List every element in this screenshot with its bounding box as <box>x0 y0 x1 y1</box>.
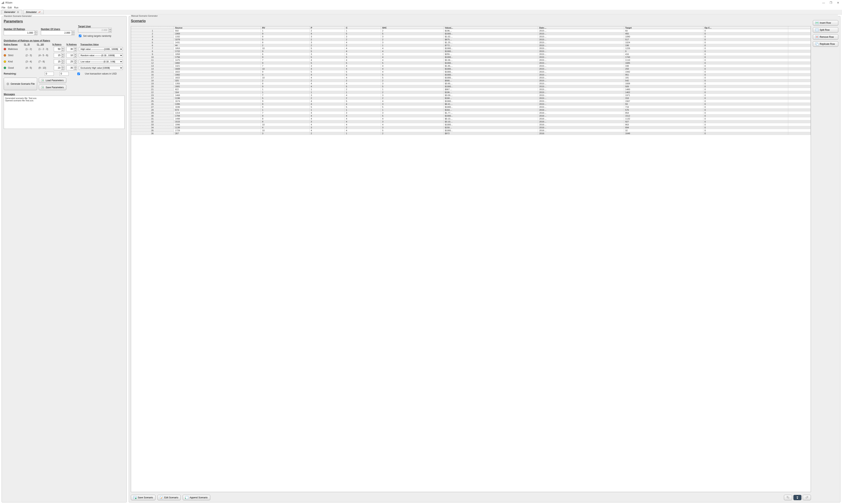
split-row-button[interactable]: Split Row <box>813 27 838 33</box>
cell-p[interactable]: 4 <box>309 123 345 126</box>
undo-button[interactable] <box>784 495 792 500</box>
cell-source[interactable]: 1722 <box>174 50 261 53</box>
cell-shc[interactable]: 2 <box>381 97 443 100</box>
row-number[interactable]: 3 <box>131 35 174 38</box>
cell-opc[interactable]: 0 <box>703 103 788 106</box>
menu-run[interactable]: Run <box>14 6 18 9</box>
cell-rv[interactable]: 10 <box>261 47 309 50</box>
table-row[interactable]: 22 164 1 1 1 2 $106.... 2015:... 1402 0 <box>131 91 811 94</box>
table-row[interactable]: 1 592 1 2 1 2 $196.... 2015:... 60 0 <box>131 29 811 32</box>
row-number[interactable]: 31 <box>131 118 174 120</box>
cell-c[interactable]: 4 <box>345 123 381 126</box>
minimize-button[interactable]: — <box>821 1 826 5</box>
cell-p[interactable]: 2 <box>309 44 345 47</box>
cell-date[interactable]: 2015:... <box>538 65 624 68</box>
cell-rv[interactable]: 9 <box>261 32 309 35</box>
cell-date[interactable]: 2015:... <box>538 68 624 70</box>
table-row[interactable]: 18 325 2 2 2 2 $580.... 2015:... 542 0 <box>131 79 811 82</box>
table-header[interactable]: C <box>345 26 381 29</box>
cell-rv[interactable]: 8 <box>261 120 309 123</box>
dist-raters-input[interactable] <box>54 66 61 70</box>
cell-source[interactable]: 1756 <box>174 56 261 59</box>
cell-rv[interactable]: 7 <box>261 59 309 61</box>
cell-shc[interactable]: 2 <box>381 132 443 135</box>
row-number[interactable]: 14 <box>131 68 174 70</box>
cell-source[interactable]: 1996 <box>174 123 261 126</box>
use-usd-checkbox[interactable] <box>74 73 83 75</box>
cell-p[interactable]: 4 <box>309 32 345 35</box>
cell-value[interactable]: $168.... <box>444 97 538 100</box>
cell-c[interactable]: 4 <box>345 59 381 61</box>
cell-opc[interactable]: 0 <box>703 53 788 56</box>
spin-up[interactable]: ▲ <box>74 47 77 49</box>
cell-opc[interactable]: 0 <box>703 76 788 79</box>
cell-opc[interactable]: 0 <box>703 38 788 41</box>
cell-p[interactable]: 5 <box>309 56 345 59</box>
cell-p[interactable]: 3 <box>309 126 345 129</box>
cell-shc[interactable]: 3 <box>381 120 443 123</box>
cell-p[interactable]: 5 <box>309 70 345 73</box>
cell-target[interactable]: 1226 <box>624 47 703 50</box>
cell-c[interactable]: 1 <box>345 29 381 32</box>
cell-c[interactable]: 5 <box>345 85 381 88</box>
cell-source[interactable]: 822 <box>174 88 261 91</box>
set-targets-randomly-checkbox[interactable] <box>79 35 82 37</box>
cell-source[interactable]: 44 <box>174 44 261 47</box>
cell-p[interactable]: 4 <box>309 114 345 118</box>
cell-date[interactable]: 2015:... <box>538 76 624 79</box>
cell-value[interactable]: $3.85.... <box>444 82 538 85</box>
cell-shc[interactable]: 5 <box>381 106 443 109</box>
row-number[interactable]: 5 <box>131 41 174 44</box>
cell-p[interactable]: 2 <box>309 79 345 82</box>
cell-shc[interactable]: 3 <box>381 35 443 38</box>
table-row[interactable]: 12 1882 9 5 5 5 $1000... 2015:... 1685 0 <box>131 61 811 65</box>
cell-target[interactable]: 863 <box>624 123 703 126</box>
cell-source[interactable]: 267 <box>174 132 261 135</box>
cell-p[interactable]: 3 <box>309 41 345 44</box>
cell-value[interactable]: $1000... <box>444 47 538 50</box>
cell-opc[interactable]: 0 <box>703 82 788 85</box>
cell-source[interactable]: 1475 <box>174 59 261 61</box>
insert-row-button[interactable]: Insert Row <box>813 20 838 25</box>
dist-trans-select[interactable]: Low value ------------------[0.1$ , 3.9$… <box>79 60 123 64</box>
cell-c[interactable]: 4 <box>345 103 381 106</box>
cell-c[interactable]: 4 <box>345 114 381 118</box>
cell-value[interactable]: $1000... <box>444 100 538 103</box>
cell-target[interactable]: 1942 <box>624 70 703 73</box>
cell-opc[interactable]: 0 <box>703 65 788 68</box>
cell-source[interactable]: 1078 <box>174 38 261 41</box>
cell-rv[interactable]: 1 <box>261 29 309 32</box>
cell-target[interactable]: 1090 <box>624 35 703 38</box>
cell-source[interactable]: 1609 <box>174 68 261 70</box>
cell-target[interactable]: 318 <box>624 97 703 100</box>
cell-p[interactable]: 2 <box>309 132 345 135</box>
cell-date[interactable]: 2015:... <box>538 82 624 85</box>
table-row[interactable]: 26 1395 8 4 4 3 $0.41.... 2015:... 59 0 <box>131 103 811 106</box>
table-row[interactable]: 33 1996 10 4 4 4 $1000... 2016:... 863 0 <box>131 123 811 126</box>
cell-date[interactable]: 2015:... <box>538 53 624 56</box>
cell-value[interactable]: $1000... <box>444 73 538 76</box>
table-header[interactable]: RV <box>261 26 309 29</box>
scenario-table-wrap[interactable]: SourceRVPCSHCValue(...Date-...TargetOp-C… <box>131 26 811 492</box>
cell-p[interactable]: 3 <box>309 65 345 68</box>
cell-shc[interactable]: 3 <box>381 126 443 129</box>
save-scenario-button[interactable]: Save Scenario <box>131 495 156 500</box>
cell-opc[interactable]: 0 <box>703 70 788 73</box>
cell-c[interactable]: 4 <box>345 94 381 97</box>
cell-rv[interactable]: 10 <box>261 129 309 132</box>
cell-source[interactable]: 1355 <box>174 82 261 85</box>
cell-value[interactable]: $3.36.... <box>444 59 538 61</box>
table-row[interactable]: 14 1609 10 4 4 4 $1000... 2015:... 293 0 <box>131 68 811 70</box>
cell-opc[interactable]: 0 <box>703 123 788 126</box>
cell-shc[interactable]: 2 <box>381 29 443 32</box>
cell-value[interactable]: $1000... <box>444 114 538 118</box>
row-number[interactable]: 29 <box>131 111 174 114</box>
row-number[interactable]: 11 <box>131 59 174 61</box>
spin-up[interactable]: ▲ <box>61 53 64 55</box>
row-number[interactable]: 36 <box>131 132 174 135</box>
table-row[interactable]: 10 1756 9 5 5 4 $1000... 2015:... 1743 0 <box>131 56 811 59</box>
cell-opc[interactable]: 0 <box>703 32 788 35</box>
cell-opc[interactable]: 0 <box>703 106 788 109</box>
cell-c[interactable]: 4 <box>345 76 381 79</box>
cell-c[interactable]: 4 <box>345 41 381 44</box>
